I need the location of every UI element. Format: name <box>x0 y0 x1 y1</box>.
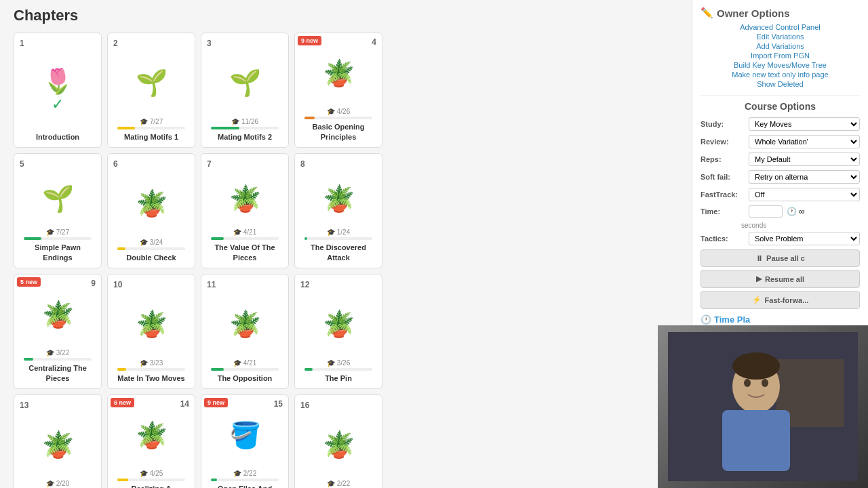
progress-bar-8 <box>304 237 307 240</box>
chapter-card-5[interactable]: 5🌱 🎓7/27 Simple Pawn Endings <box>14 153 102 268</box>
plant-icon-14: 🪴 <box>136 420 167 450</box>
owner-link-3[interactable]: Import From PGN <box>751 52 810 60</box>
plant-container-6: 🪴 <box>136 169 167 239</box>
chapter-card-7[interactable]: 7🪴 🎓4/21 The Value Of The Pieces <box>201 153 289 268</box>
plant-icon-10: 🪴 <box>136 309 167 339</box>
plant-icon-6: 🪴 <box>136 188 167 218</box>
progress-bar-12 <box>304 368 313 371</box>
fast-track-select[interactable]: Off <box>749 188 860 201</box>
pencil-icon: ✏️ <box>701 7 713 19</box>
reps-row: Reps: My Default <box>701 152 860 166</box>
progress-bar-container-15 <box>211 479 279 481</box>
chapter-title-4: Basic Opening Principles <box>300 122 376 142</box>
chapter-badge-9: 5 new <box>17 277 41 287</box>
chapter-num-5: 5 <box>20 159 24 169</box>
plant-container-4: 🪴 <box>323 39 355 108</box>
chapter-badge-15: 9 new <box>204 398 228 407</box>
soft-fail-select[interactable]: Retry on alterna <box>749 170 860 184</box>
plant-container-12: 🪴 <box>323 289 355 359</box>
course-options-title: Course Options <box>701 101 860 112</box>
plant-icon-15: 🪣 <box>229 420 261 450</box>
progress-bar-container-12 <box>304 368 373 371</box>
chapter-title-7: The Value Of The Pieces <box>207 243 283 262</box>
chapter-card-13[interactable]: 13🪴 🎓2/20 The Double Attack <box>14 394 102 488</box>
chapter-title-8: The Discovered Attack <box>300 243 376 262</box>
progress-bar-9 <box>24 358 33 361</box>
chapter-card-2[interactable]: 2🌱 🎓7/27 Mating Motifs 1 <box>107 33 195 148</box>
chapter-card-6[interactable]: 6🪴 🎓3/24 Double Check <box>107 153 195 268</box>
play-icon: ▶ <box>756 274 762 283</box>
review-select[interactable]: Whole Variation' <box>749 135 860 148</box>
chapter-num-3: 3 <box>207 39 212 48</box>
progress-bar-6 <box>117 247 125 250</box>
chapter-num-1: 1 <box>20 39 24 48</box>
chapter-progress-text-11: 🎓4/21 <box>233 359 256 367</box>
tactics-label: Tactics: <box>701 235 745 243</box>
main-content: Chapters 1 🌷 ✓ Introduction2🌱 🎓7/27 Mati… <box>0 0 692 488</box>
tactics-select[interactable]: Solve Problem <box>749 232 860 245</box>
clock-circle-icon: 🕐 <box>701 314 711 325</box>
chapter-card-14[interactable]: 6 new14🪴 🎓4/25 Realizing A Material... <box>107 394 195 488</box>
reps-select[interactable]: My Default <box>749 152 860 166</box>
chapter-progress-text-4: 🎓4/26 <box>327 108 350 115</box>
chapter-card-4[interactable]: 9 new4🪴 🎓4/26 Basic Opening Principles <box>294 33 382 148</box>
chapter-num-6: 6 <box>113 159 118 169</box>
chapter-progress-text-13: 🎓2/20 <box>46 480 69 487</box>
chapter-progress-text-7: 🎓4/21 <box>233 228 256 236</box>
plant-container-10: 🪴 <box>136 289 167 359</box>
chapter-card-16[interactable]: 16🪴 🎓2/22 Combinations <box>294 394 382 488</box>
chapter-card-8[interactable]: 8🪴 🎓1/24 The Discovered Attack <box>294 153 382 268</box>
owner-link-4[interactable]: Build Key Moves/Move Tree <box>734 61 827 69</box>
chapter-num-16: 16 <box>300 401 309 410</box>
chapter-progress-text-9: 🎓3/22 <box>46 349 69 357</box>
chapters-grid: 1 🌷 ✓ Introduction2🌱 🎓7/27 Mating Motifs… <box>14 33 678 488</box>
chapter-card-12[interactable]: 12🪴 🎓3/26 The Pin <box>294 274 382 389</box>
owner-link-6[interactable]: Show Deleted <box>757 80 804 88</box>
time-input[interactable] <box>749 205 783 218</box>
owner-options-title: ✏️ Owner Options <box>701 7 860 19</box>
plant-container-13: 🪴 <box>42 410 74 480</box>
chapter-card-9[interactable]: 5 new9🪴 🎓3/22 Centralizing The Pieces <box>14 274 102 389</box>
chapter-progress-text-16: 🎓2/22 <box>327 480 350 487</box>
fast-track-label: FastTrack: <box>701 190 745 199</box>
chapter-num-right-4: 4 <box>372 37 376 47</box>
progress-bar-5 <box>24 237 41 240</box>
chapter-badge-4: 9 new <box>298 36 321 45</box>
owner-link-2[interactable]: Add Variations <box>756 42 804 50</box>
chapter-title-3: Mating Motifs 2 <box>218 132 272 142</box>
chapter-card-3[interactable]: 3🌱 🎓11/26 Mating Motifs 2 <box>201 33 289 148</box>
chapter-card-11[interactable]: 11🪴 🎓4/21 The Opposition <box>201 274 289 389</box>
chapter-num-right-9: 9 <box>91 279 96 288</box>
chapter-title-6: Double Check <box>126 253 176 262</box>
progress-bar-10 <box>117 368 126 371</box>
pause-all-button[interactable]: ⏸ Pause all c <box>701 249 860 267</box>
owner-link-1[interactable]: Edit Variations <box>756 33 804 41</box>
progress-bar-15 <box>211 479 217 481</box>
owner-link-5[interactable]: Make new text only info page <box>732 70 828 79</box>
resume-all-button[interactable]: ▶ Resume all <box>701 270 860 288</box>
chapter-card-1[interactable]: 1 🌷 ✓ Introduction <box>14 33 102 148</box>
study-select[interactable]: Key Moves <box>749 117 860 131</box>
plant-icon-4: 🪴 <box>323 58 355 88</box>
progress-bar-3 <box>211 127 239 129</box>
plant-container-11: 🪴 <box>229 289 261 359</box>
chapter-progress-text-14: 🎓4/25 <box>140 470 163 477</box>
plant-icon-11: 🪴 <box>229 309 261 339</box>
time-plan-title: 🕐 Time Pla <box>701 314 860 325</box>
webcam-svg <box>668 332 858 481</box>
review-row: Review: Whole Variation' <box>701 135 860 148</box>
plant-container-9: 🪴 <box>42 280 74 349</box>
progress-bar-container-9 <box>24 358 92 361</box>
fast-forward-button[interactable]: ⚡ Fast-forwa... <box>701 291 860 309</box>
progress-bar-container-3 <box>211 127 279 129</box>
progress-bar-container-7 <box>211 237 279 240</box>
chapter-num-11: 11 <box>207 280 216 289</box>
tactics-row: Tactics: Solve Problem <box>701 232 860 245</box>
chapter-card-10[interactable]: 10🪴 🎓3/23 Mate In Two Moves <box>107 274 195 389</box>
plant-container-1: 🌷 ✓ <box>43 48 73 132</box>
progress-bar-container-14 <box>117 479 186 481</box>
chapter-num-right-14: 14 <box>180 399 189 409</box>
chapter-num-10: 10 <box>113 280 122 289</box>
chapter-card-15[interactable]: 9 new15🪣 🎓2/22 Open Files And Outposts <box>201 394 289 488</box>
owner-link-0[interactable]: Advanced Control Panel <box>740 23 821 31</box>
